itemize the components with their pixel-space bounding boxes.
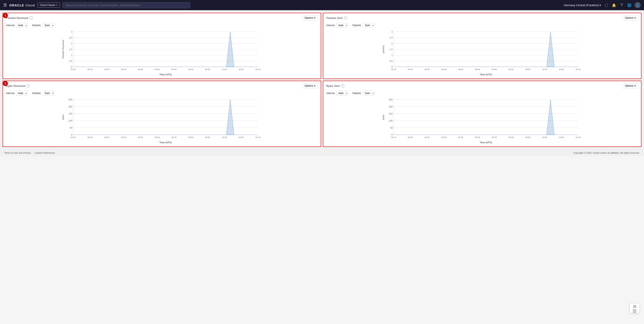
interval-select-bytes-sent[interactable]: Auto [336, 91, 348, 96]
panel-badge-2: 2 [3, 81, 8, 86]
svg-text:09:35: 09:35 [458, 68, 464, 70]
chart-title-packets-sent: Packets Sent i [326, 16, 347, 19]
svg-text:Time (UTC): Time (UTC) [480, 141, 492, 144]
bell-icon[interactable]: 🔔 [612, 3, 616, 7]
svg-text:3: 3 [392, 30, 393, 33]
statistic-select-packets-received[interactable]: Sum [42, 23, 54, 28]
main-content: 1 Packets Received i Options ▾ Interval … [0, 10, 644, 149]
svg-text:200: 200 [68, 105, 72, 108]
interval-label-bytes-received: Interval [6, 92, 14, 95]
svg-text:10:10: 10:10 [255, 136, 261, 138]
svg-text:bytes: bytes [62, 114, 64, 120]
search-input[interactable] [62, 2, 190, 8]
interval-select-packets-received[interactable]: Auto [16, 23, 28, 28]
svg-text:10:00: 10:00 [222, 136, 227, 138]
svg-text:09:50: 09:50 [508, 68, 514, 70]
chart-svg-bytes-sent: 05010015020025009:1509:2009:2509:3009:35… [326, 97, 638, 144]
chart-header-bytes-sent: Bytes Sent i Options ▾ [323, 81, 641, 90]
info-icon-bytes-sent[interactable]: i [341, 84, 344, 87]
svg-text:Time (UTC): Time (UTC) [159, 73, 172, 76]
interval-label-packets-sent: Interval [326, 24, 334, 27]
options-button-packets-sent[interactable]: Options ▾ [622, 15, 638, 20]
chart-header-packets-received: Packets Received i Options ▾ [3, 13, 321, 22]
region-selector[interactable]: Germany Central (Frankfurt) ▾ [564, 3, 601, 7]
help-icon[interactable]: ? [619, 3, 624, 7]
svg-text:09:15: 09:15 [391, 136, 396, 138]
statistic-group-packets-sent: Statistic Sum [352, 23, 374, 28]
chart-controls-bytes-sent: Interval Auto Statistic Sum [323, 90, 641, 97]
options-button-bytes-sent[interactable]: Options ▾ [622, 83, 638, 88]
statistic-select-bytes-sent[interactable]: Sum [363, 91, 374, 96]
svg-text:09:40: 09:40 [475, 136, 480, 138]
statistic-select-wrapper-packets-received: Sum [42, 23, 54, 28]
options-button-bytes-received[interactable]: Options ▾ [302, 83, 318, 88]
statistic-select-bytes-received[interactable]: Sum [42, 91, 54, 96]
svg-text:50: 50 [70, 126, 72, 129]
svg-text:09:50: 09:50 [188, 136, 193, 138]
cookie-link[interactable]: Cookie Preferences [34, 152, 55, 154]
terms-link[interactable]: Terms of Use and Privacy [4, 152, 31, 154]
svg-text:0: 0 [71, 65, 72, 68]
svg-text:09:30: 09:30 [441, 68, 446, 70]
svg-text:09:40: 09:40 [154, 68, 160, 70]
svg-text:09:30: 09:30 [121, 68, 126, 70]
chart-title-bytes-received: Bytes Received i [6, 84, 30, 87]
svg-text:Time (UTC): Time (UTC) [480, 73, 492, 76]
svg-text:10:05: 10:05 [238, 68, 244, 70]
chart-title-text-packets-sent: Packets Sent [326, 16, 343, 19]
svg-text:10:10: 10:10 [576, 136, 581, 138]
user-avatar[interactable]: 👤 [635, 2, 640, 8]
chart-controls-bytes-received: Interval Auto Statistic Sum [3, 90, 321, 97]
svg-text:150: 150 [389, 112, 392, 115]
chart-panel-packets-sent: Packets Sent i Options ▾ Interval Auto S… [323, 13, 642, 79]
chart-header-packets-sent: Packets Sent i Options ▾ [323, 13, 641, 22]
svg-text:09:45: 09:45 [172, 136, 177, 138]
interval-select-packets-sent[interactable]: Auto [336, 23, 348, 28]
svg-text:09:50: 09:50 [508, 136, 514, 138]
svg-text:0.5: 0.5 [69, 60, 72, 62]
interval-select-bytes-received[interactable]: Auto [16, 91, 28, 96]
svg-text:bytes: bytes [382, 114, 384, 120]
options-chevron-icon: ▾ [634, 16, 636, 19]
footer: Terms of Use and Privacy Cookie Preferen… [0, 149, 644, 156]
svg-text:10:05: 10:05 [559, 68, 564, 70]
svg-text:09:25: 09:25 [104, 68, 110, 70]
chart-title-text-bytes-sent: Bytes Sent [326, 84, 340, 87]
svg-marker-122 [547, 100, 554, 135]
chart-area-bytes-received: 05010015020025009:1509:2009:2509:3009:35… [3, 97, 321, 146]
info-icon-packets-received[interactable]: i [30, 16, 33, 19]
svg-text:100: 100 [68, 119, 72, 122]
svg-text:10:00: 10:00 [542, 136, 547, 138]
terminal-icon[interactable]: ⬚ [604, 3, 609, 7]
svg-text:2: 2 [71, 42, 72, 45]
svg-text:09:25: 09:25 [104, 136, 110, 138]
hamburger-menu-icon[interactable]: ☰ [4, 3, 7, 7]
oracle-logo: ORACLE Cloud [9, 3, 35, 7]
cloud-classic-button[interactable]: Cloud Classic > [38, 2, 60, 8]
statistic-label-bytes-sent: Statistic [352, 92, 361, 95]
svg-text:09:40: 09:40 [154, 136, 160, 138]
options-button-packets-received[interactable]: Options ▾ [302, 15, 318, 20]
svg-text:2.5: 2.5 [390, 36, 393, 39]
chart-panel-bytes-sent: Bytes Sent i Options ▾ Interval Auto Sta… [323, 81, 642, 147]
chart-svg-packets-sent: 00.511.522.5309:1509:2009:2509:3009:3509… [326, 29, 638, 76]
svg-text:09:45: 09:45 [172, 68, 177, 70]
region-label: Germany Central (Frankfurt) [564, 3, 599, 7]
oracle-text: ORACLE [9, 3, 24, 7]
help-fab-button[interactable]: ⊙ [630, 303, 640, 313]
info-icon-packets-sent[interactable]: i [344, 16, 347, 19]
globe-icon[interactable]: 🌐 [627, 3, 632, 7]
svg-text:10:05: 10:05 [238, 136, 244, 138]
svg-text:09:55: 09:55 [205, 136, 210, 138]
interval-group-packets-received: Interval Auto [6, 23, 28, 28]
cloud-text: Cloud [25, 3, 35, 7]
statistic-label-packets-sent: Statistic [352, 24, 361, 27]
statistic-select-wrapper-bytes-sent: Sum [363, 91, 374, 96]
statistic-select-packets-sent[interactable]: Sum [363, 23, 374, 28]
svg-text:1: 1 [392, 54, 393, 56]
svg-text:packets: packets [382, 45, 384, 53]
header-right: Germany Central (Frankfurt) ▾ ⬚ 🔔 ? 🌐 👤 [564, 2, 640, 8]
footer-links: Terms of Use and Privacy Cookie Preferen… [4, 152, 55, 154]
svg-text:09:45: 09:45 [492, 136, 497, 138]
info-icon-bytes-received[interactable]: i [26, 84, 30, 87]
